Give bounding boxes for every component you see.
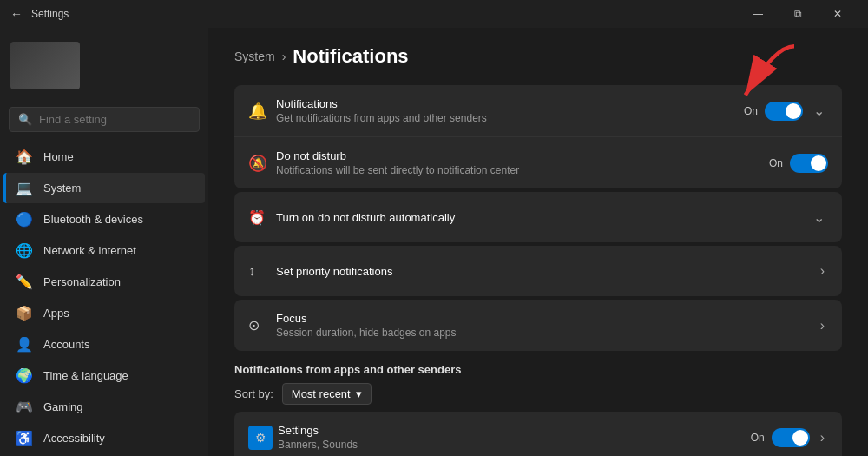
apps-section-header: Notifications from apps and other sender… <box>234 363 842 376</box>
nav-label-bluetooth: Bluetooth & devices <box>43 213 143 226</box>
breadcrumb-parent[interactable]: System <box>234 50 275 63</box>
nav-icon-personalization: ✏️ <box>16 274 33 290</box>
nav-icon-system: 💻 <box>16 180 33 196</box>
nav-label-gaming: Gaming <box>43 400 83 413</box>
sidebar-item-time[interactable]: 🌍 Time & language <box>3 360 205 391</box>
sidebar-item-system[interactable]: 💻 System <box>3 173 205 203</box>
nav-label-time: Time & language <box>43 369 128 382</box>
minimize-button[interactable]: — <box>738 0 778 28</box>
nav-icon-bluetooth: 🔵 <box>16 211 33 228</box>
sidebar-item-personalization[interactable]: ✏️ Personalization <box>3 267 205 297</box>
nav-icon-apps: 📦 <box>16 305 33 321</box>
sort-select[interactable]: Most recent ▾ <box>282 383 372 405</box>
back-button[interactable]: ← <box>10 7 23 21</box>
close-button[interactable]: ✕ <box>818 0 858 28</box>
auto-dnd-section: ⏰ Turn on do not disturb automatically ⌄ <box>234 192 842 242</box>
focus-title: Focus <box>276 312 817 325</box>
nav-label-home: Home <box>43 150 74 163</box>
dnd-icon: 🔕 <box>248 154 276 173</box>
notifications-section: 🔔 Notifications Get notifications from a… <box>234 85 842 188</box>
breadcrumb: System › Notifications <box>234 45 842 68</box>
dnd-toggle[interactable] <box>790 154 828 173</box>
page-title: Notifications <box>293 45 408 68</box>
user-profile-area <box>0 28 208 103</box>
settings-app-chevron[interactable]: › <box>817 426 828 449</box>
settings-app-on-label: On <box>751 432 765 444</box>
sidebar-item-bluetooth[interactable]: 🔵 Bluetooth & devices <box>3 204 205 235</box>
breadcrumb-separator: › <box>282 50 286 63</box>
notifications-title: Notifications <box>276 97 744 110</box>
sidebar-item-apps[interactable]: 📦 Apps <box>3 298 205 328</box>
notifications-icon: 🔔 <box>248 102 276 121</box>
settings-app-title: Settings <box>278 424 751 437</box>
sidebar-item-network[interactable]: 🌐 Network & internet <box>3 235 205 266</box>
main-content: System › Notifications 🔔 Notifications G… <box>208 28 868 456</box>
notifications-row: 🔔 Notifications Get notifications from a… <box>234 85 842 137</box>
priority-section: ↕ Set priority notifications › <box>234 246 842 296</box>
window-controls: — ⧉ ✕ <box>738 0 858 28</box>
sort-bar: Sort by: Most recent ▾ <box>234 383 842 405</box>
nav-icon-accounts: 👤 <box>16 336 33 353</box>
sidebar-item-gaming[interactable]: 🎮 Gaming <box>3 392 205 422</box>
sidebar-item-accessibility[interactable]: ♿ Accessibility <box>3 423 205 453</box>
sidebar: 🔍 🏠 Home 💻 System 🔵 Bluetooth & devices … <box>0 28 208 456</box>
sort-dropdown-icon: ▾ <box>356 387 362 400</box>
dnd-on-label: On <box>769 157 783 169</box>
sort-value: Most recent <box>292 387 351 400</box>
nav-label-apps: Apps <box>43 307 69 320</box>
dnd-subtitle: Notifications will be sent directly to n… <box>276 164 769 176</box>
settings-app-icon: ⚙ <box>248 426 273 450</box>
focus-row[interactable]: ⊙ Focus Session duration, hide badges on… <box>234 300 842 351</box>
settings-app-subtitle: Banners, Sounds <box>278 439 751 451</box>
auto-dnd-title: Turn on do not disturb automatically <box>276 211 810 224</box>
priority-title: Set priority notifications <box>276 265 817 278</box>
priority-row[interactable]: ↕ Set priority notifications › <box>234 246 842 296</box>
nav-icon-gaming: 🎮 <box>16 399 33 415</box>
nav-label-accounts: Accounts <box>43 338 89 351</box>
search-icon: 🔍 <box>18 113 32 126</box>
priority-chevron[interactable]: › <box>817 260 828 282</box>
focus-subtitle: Session duration, hide badges on apps <box>276 327 817 339</box>
nav-icon-time: 🌍 <box>16 367 33 384</box>
avatar <box>10 42 80 89</box>
settings-app-toggle[interactable] <box>772 428 810 447</box>
sort-label: Sort by: <box>234 387 273 400</box>
title-bar: ← Settings — ⧉ ✕ <box>0 0 868 28</box>
priority-icon: ↕ <box>248 263 276 279</box>
dnd-row: 🔕 Do not disturb Notifications will be s… <box>234 137 842 188</box>
nav-icon-network: 🌐 <box>16 242 33 259</box>
dnd-title: Do not disturb <box>276 149 769 162</box>
notifications-subtitle: Get notifications from apps and other se… <box>276 112 744 124</box>
focus-section: ⊙ Focus Session duration, hide badges on… <box>234 300 842 351</box>
notifications-toggle[interactable] <box>765 102 803 121</box>
nav-label-accessibility: Accessibility <box>43 432 105 445</box>
nav-label-network: Network & internet <box>43 244 136 257</box>
nav-label-personalization: Personalization <box>43 275 121 288</box>
app-title: Settings <box>31 8 69 20</box>
nav-label-system: System <box>43 182 81 195</box>
auto-dnd-expand[interactable]: ⌄ <box>810 206 828 229</box>
focus-icon: ⊙ <box>248 317 276 334</box>
auto-dnd-icon: ⏰ <box>248 209 276 226</box>
notifications-on-label: On <box>744 105 758 117</box>
search-input[interactable] <box>39 113 190 126</box>
settings-app-row: ⚙ Settings Banners, Sounds On › <box>234 412 842 456</box>
nav-list: 🏠 Home 💻 System 🔵 Bluetooth & devices 🌐 … <box>0 141 208 456</box>
nav-icon-home: 🏠 <box>16 149 33 165</box>
notifications-expand[interactable]: ⌄ <box>810 99 828 122</box>
sidebar-item-home[interactable]: 🏠 Home <box>3 142 205 172</box>
restore-button[interactable]: ⧉ <box>778 0 818 28</box>
focus-chevron[interactable]: › <box>817 314 828 337</box>
auto-dnd-row[interactable]: ⏰ Turn on do not disturb automatically ⌄ <box>234 192 842 242</box>
nav-icon-accessibility: ♿ <box>16 430 33 446</box>
app-notifications-section: ⚙ Settings Banners, Sounds On › <box>234 412 842 456</box>
search-box[interactable]: 🔍 <box>9 107 200 132</box>
sidebar-item-accounts[interactable]: 👤 Accounts <box>3 329 205 360</box>
